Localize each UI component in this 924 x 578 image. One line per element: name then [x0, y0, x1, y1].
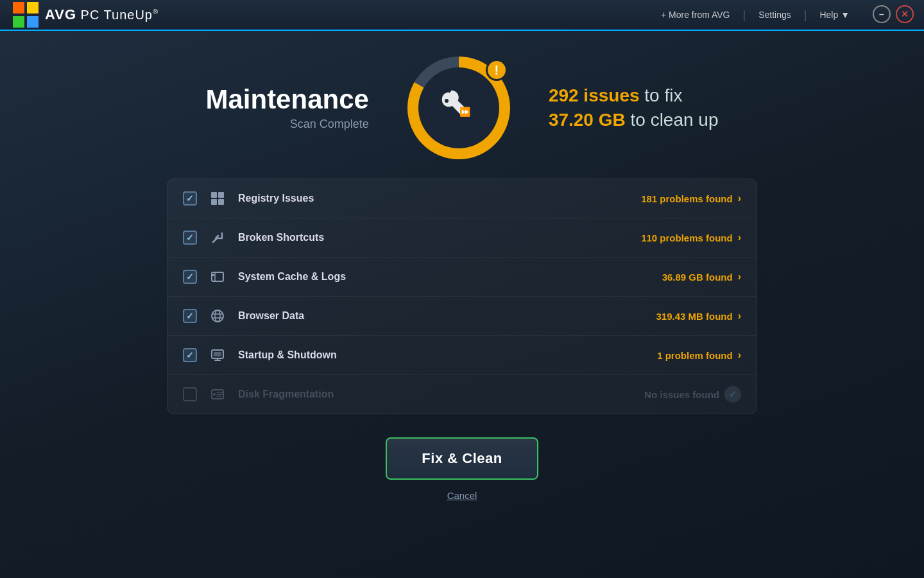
chevron-icon-cache[interactable]: ›: [738, 271, 741, 283]
title-section: Maintenance Scan Complete: [205, 85, 368, 130]
stats-section: 292 issues to fix 37.20 GB to clean up: [549, 85, 719, 130]
chevron-icon-registry[interactable]: ›: [738, 193, 741, 204]
issue-name-cache: System Cache & Logs: [238, 271, 652, 283]
svg-rect-8: [211, 199, 217, 205]
issue-icon-registry: [207, 188, 228, 209]
title-nav: + More from AVG | Settings | Help ▼ – ✕: [648, 8, 914, 22]
help-button[interactable]: Help ▼: [807, 10, 862, 20]
svg-rect-9: [218, 199, 224, 205]
issue-icon-browser: [207, 306, 228, 326]
issue-icon-cache: [207, 267, 228, 287]
check-circle-icon-disk: ✓: [724, 386, 741, 403]
header-section: Maintenance Scan Complete ⏩: [205, 57, 718, 159]
issue-icon-disk: [207, 384, 228, 405]
svg-rect-6: [211, 192, 217, 198]
issue-result-cache: 36.89 GB found ›: [662, 271, 741, 283]
title-bar: AVG PC TuneUp® + More from AVG | Setting…: [0, 0, 924, 31]
svg-point-22: [213, 393, 216, 396]
svg-rect-0: [13, 2, 24, 13]
settings-button[interactable]: Settings: [746, 10, 804, 20]
maintenance-tools-icon: ⏩: [436, 85, 481, 130]
checkbox-startup[interactable]: ✓: [183, 348, 197, 362]
page-title: Maintenance: [205, 85, 368, 114]
issues-stat: 292 issues to fix: [549, 85, 719, 106]
circle-ring: ⏩ !: [407, 57, 510, 159]
issue-name-shortcuts: Broken Shortcuts: [238, 232, 631, 243]
checkbox-registry[interactable]: ✓: [183, 191, 197, 206]
issues-count: 292 issues: [549, 85, 640, 105]
issue-row-cache: ✓ System Cache & Logs 36.89 GB found ›: [167, 258, 757, 297]
cancel-link[interactable]: Cancel: [447, 490, 477, 501]
issue-result-startup: 1 problem found ›: [657, 349, 741, 361]
cleanup-text: to clean up: [626, 110, 719, 130]
fix-clean-button[interactable]: Fix & Clean: [386, 437, 538, 480]
issue-name-disk: Disk Fragmentation: [238, 389, 634, 400]
app-title: AVG PC TuneUp®: [45, 6, 158, 23]
issue-name-startup: Startup & Shutdown: [238, 349, 647, 361]
issue-row-registry: ✓ Registry Issues 181 problems found ›: [167, 179, 757, 218]
chevron-icon-shortcuts[interactable]: ›: [738, 232, 741, 243]
alert-badge-icon: !: [486, 59, 508, 81]
svg-text:⏩: ⏩: [459, 107, 471, 118]
main-content: Maintenance Scan Complete ⏩: [0, 31, 924, 578]
checkbox-cache[interactable]: ✓: [183, 270, 197, 284]
issue-row-startup: ✓ Startup & Shutdown 1 problem found ›: [167, 336, 757, 375]
issue-name-registry: Registry Issues: [238, 193, 631, 204]
svg-point-4: [445, 99, 449, 103]
minimize-button[interactable]: –: [873, 5, 891, 23]
chevron-icon-startup[interactable]: ›: [738, 349, 741, 361]
issues-text: to fix: [640, 85, 683, 105]
checkbox-shortcuts[interactable]: ✓: [183, 231, 197, 245]
chevron-icon-browser[interactable]: ›: [738, 310, 741, 322]
circle-inner: ⏩: [418, 67, 499, 148]
issue-icon-startup: [207, 345, 228, 365]
issue-result-browser: 319.43 MB found ›: [656, 310, 741, 322]
logo-area: AVG PC TuneUp®: [13, 2, 158, 28]
issue-name-browser: Browser Data: [238, 310, 646, 322]
svg-rect-10: [212, 272, 223, 281]
more-from-avg-button[interactable]: + More from AVG: [648, 10, 743, 20]
cleanup-size: 37.20 GB: [549, 110, 626, 130]
scan-subtitle: Scan Complete: [205, 118, 368, 131]
svg-point-14: [215, 310, 220, 322]
svg-rect-3: [27, 16, 38, 28]
avg-logo-icon: [13, 2, 38, 28]
svg-point-13: [212, 310, 223, 322]
window-controls: – ✕: [873, 5, 914, 23]
issue-row-shortcuts: ✓ Broken Shortcuts 110 problems found ›: [167, 218, 757, 258]
issue-icon-shortcuts: [207, 227, 228, 248]
close-button[interactable]: ✕: [896, 5, 914, 23]
issue-result-registry: 181 problems found ›: [641, 193, 741, 204]
issue-row-disk: Disk Fragmentation No issues found ✓: [167, 375, 757, 414]
svg-rect-1: [27, 2, 38, 13]
checkbox-browser[interactable]: ✓: [183, 309, 197, 323]
status-icon-wrapper: ⏩ !: [407, 57, 510, 159]
svg-rect-2: [13, 16, 24, 28]
svg-rect-12: [212, 274, 214, 276]
checkbox-disk[interactable]: [183, 387, 197, 401]
svg-rect-20: [214, 352, 221, 356]
issue-result-disk: No issues found ✓: [644, 386, 741, 403]
issue-result-shortcuts: 110 problems found ›: [641, 232, 741, 243]
issues-list: ✓ Registry Issues 181 problems found › ✓…: [167, 179, 757, 414]
cleanup-stat: 37.20 GB to clean up: [549, 110, 719, 130]
svg-rect-7: [218, 192, 224, 198]
issue-row-browser: ✓ Browser Data 319.43 MB found ›: [167, 297, 757, 336]
